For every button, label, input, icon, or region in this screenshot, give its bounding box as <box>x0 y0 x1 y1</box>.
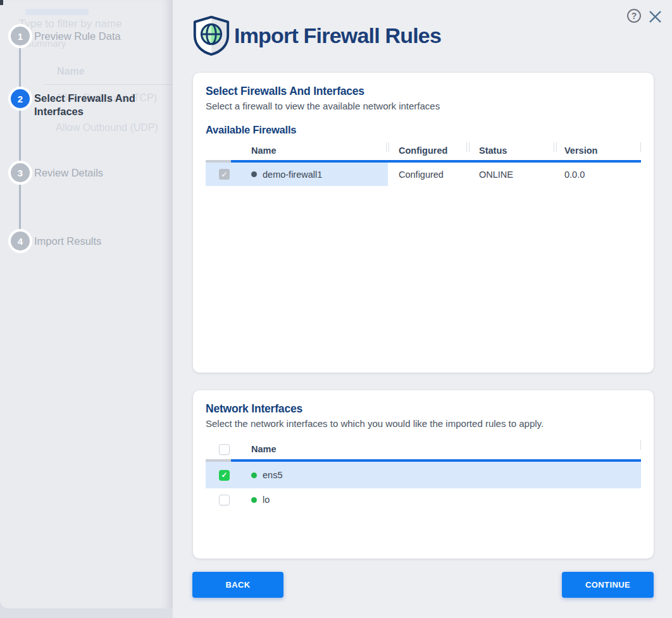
ghost-name-header: Name <box>57 66 85 77</box>
firewalls-header-configured: Configured <box>388 141 468 160</box>
interface-lo-status-dot-icon <box>251 497 257 503</box>
available-firewalls-title: Available Firewalls <box>206 124 641 136</box>
interface-ens5-checkbox-checked[interactable] <box>219 470 230 481</box>
close-icon[interactable] <box>648 9 663 24</box>
import-firewall-rules-dialog: Type to filter by name Summary Name Allo… <box>0 0 672 618</box>
stepper-connector-line <box>19 36 21 241</box>
interfaces-table: Name ens5 <box>206 439 641 511</box>
firewalls-table-header: Name Configured Status Version <box>206 141 641 160</box>
interface-lo-name-cell: lo <box>231 495 270 505</box>
ghost-filter-bar <box>25 9 89 15</box>
select-all-interfaces-checkbox[interactable] <box>219 444 230 455</box>
firewalls-card-heading: Select Firewalls And Interfaces <box>206 85 641 98</box>
interface-ens5-status-dot-icon <box>251 473 257 478</box>
firewall-name: demo-firewall1 <box>263 170 322 180</box>
firewall-row-name-cell: demo-firewall1 <box>231 163 388 186</box>
back-button[interactable]: BACK <box>192 572 283 598</box>
step-1-label: Preview Rule Data <box>34 30 121 43</box>
step-4-label: Import Results <box>34 235 101 248</box>
firewall-row-demo-firewall1[interactable]: demo-firewall1 Configured ONLINE 0.0.0 <box>206 163 641 186</box>
firewall-checkbox-checked-disabled[interactable] <box>219 169 230 180</box>
step-3-circle[interactable]: 3 <box>8 161 32 185</box>
step-1-circle[interactable]: 1 <box>8 24 32 48</box>
firewalls-header-checkbox-col <box>206 141 231 160</box>
firewall-row-checkbox-cell <box>206 163 231 186</box>
firewalls-header-status: Status <box>468 141 556 160</box>
interface-ens5-name-cell: ens5 <box>231 470 282 480</box>
step-3-label: Review Details <box>34 166 103 180</box>
interfaces-header-underline <box>206 459 641 462</box>
dialog-main-panel: Import Firewall Rules ? Select Firewalls… <box>173 0 672 618</box>
firewall-version-value: 0.0.0 <box>556 163 641 186</box>
continue-button[interactable]: CONTINUE <box>562 572 654 598</box>
help-icon[interactable]: ? <box>627 9 641 23</box>
step-2-label: Select Firewalls And Interfaces <box>34 92 140 118</box>
interface-row-ens5[interactable]: ens5 <box>206 462 641 488</box>
interface-lo-checkbox-unchecked[interactable] <box>219 495 230 505</box>
firewalls-header-version: Version <box>556 141 641 160</box>
interfaces-table-header: Name <box>206 439 641 459</box>
firewall-shield-globe-icon <box>192 15 231 58</box>
interface-ens5-checkbox-cell <box>206 462 231 488</box>
select-firewalls-card: Select Firewalls And Interfaces Select a… <box>193 73 654 373</box>
firewalls-header-name: Name <box>231 141 388 160</box>
interface-lo-name: lo <box>263 495 270 505</box>
interfaces-header-name: Name <box>231 439 388 459</box>
interface-lo-checkbox-cell <box>206 488 231 511</box>
step-4-circle[interactable]: 4 <box>8 229 32 253</box>
wizard-stepper-panel: Type to filter by name Summary Name Allo… <box>0 0 173 609</box>
firewalls-card-subheading: Select a firewall to view the available … <box>206 101 641 111</box>
ghost-rule-udp: Allow Outbound (UDP) <box>56 122 158 133</box>
firewall-configured-value: Configured <box>388 163 468 186</box>
interface-ens5-name: ens5 <box>263 470 282 480</box>
ghost-divider-line <box>44 84 173 85</box>
firewall-status-dot-icon <box>251 171 257 177</box>
network-interfaces-card: Network Interfaces Select the network in… <box>193 390 654 559</box>
dialog-title: Import Firewall Rules <box>234 23 441 48</box>
interfaces-header-checkbox-cell <box>206 439 231 459</box>
firewall-status-value: ONLINE <box>468 163 556 186</box>
firewalls-table: Name Configured Status Version demo-fire… <box>206 141 641 186</box>
background-corner-fragment <box>0 0 3 5</box>
interface-row-lo[interactable]: lo <box>206 488 641 511</box>
step-2-circle[interactable]: 2 <box>8 87 32 111</box>
interfaces-card-subheading: Select the network interfaces to which y… <box>206 418 641 429</box>
ghost-filter-placeholder: Type to filter by name <box>19 18 122 30</box>
interfaces-card-heading: Network Interfaces <box>206 402 641 416</box>
